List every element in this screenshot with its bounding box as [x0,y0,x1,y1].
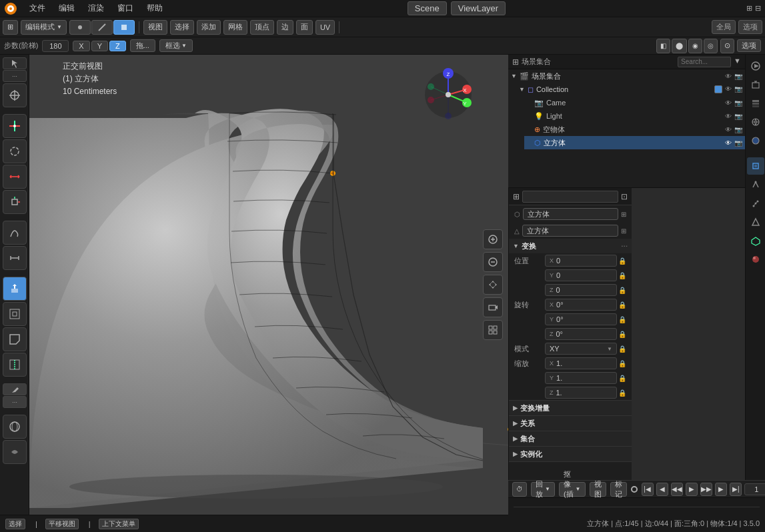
props-search-input[interactable] [522,191,618,203]
skip-to-end-btn[interactable]: ▶| [730,483,742,496]
annotate-btn[interactable] [3,221,27,245]
prev-frame-btn[interactable]: ◀ [656,483,668,496]
data-name-field[interactable]: 立方体 [522,225,618,237]
empty-render-icon[interactable]: 📷 [734,126,742,133]
menu-file[interactable]: 文件 [25,1,49,15]
rotate-tool-btn[interactable] [3,139,27,163]
camera-view-btn[interactable] [483,297,503,317]
scene-camera-icon[interactable]: 📷 [734,73,742,80]
y-axis-btn[interactable]: Y [91,41,108,51]
rot-z-field[interactable]: Z 0° [545,328,617,340]
measure-btn[interactable] [3,246,27,270]
scale-z-lock[interactable]: 🔒 [618,389,626,397]
tl-view-btn[interactable]: 视图 [590,482,606,497]
sculpt-icon-btn[interactable] [3,440,27,464]
relations-header[interactable]: ▶ 关系 [509,416,632,431]
menu-edit[interactable]: 编辑 [55,1,79,15]
bisect-btn[interactable]: ⋯ [3,396,27,408]
menu-window[interactable]: 窗口 [113,1,137,15]
cube-render-icon[interactable]: 📷 [734,139,742,147]
cube-eye-icon[interactable]: 👁 [725,139,732,147]
mode-selector[interactable]: 编辑模式 ▼ [21,20,67,35]
grid-view-btn[interactable] [483,320,503,340]
empty-eye-icon[interactable]: 👁 [725,126,732,133]
move-tool-btn[interactable] [3,114,27,138]
cursor-tool-btn[interactable] [3,83,27,107]
pos-x-field[interactable]: X 0 [545,255,617,267]
menu-render[interactable]: 渲染 [84,1,108,15]
material-btn[interactable] [747,251,764,268]
edge-mode-btn[interactable] [91,20,113,35]
face-mode-btn[interactable] [113,20,135,35]
mesh-menu[interactable]: 网格 [223,20,247,35]
collection-visibility-check[interactable] [714,85,722,93]
viewport[interactable]: 正交前视图 (1) 立方体 10 Centimeters X Y [29,55,508,515]
uv-menu[interactable]: UV [315,20,335,35]
pos-y-field[interactable]: Y 0 [545,269,617,281]
rot-x-field[interactable]: X 0° [545,299,617,311]
light-render-icon[interactable]: 📷 [734,113,742,120]
scale-y-lock[interactable]: 🔒 [618,375,626,382]
edge-menu[interactable]: 边 [277,20,293,35]
menu-help[interactable]: 帮助 [143,1,167,15]
drag-btn[interactable]: 拖... [130,39,155,52]
inset-btn[interactable] [3,302,27,326]
tl-marker-btn[interactable]: 标记 [610,482,627,497]
vertex-menu[interactable]: 顶点 [250,20,274,35]
mode-link[interactable]: 🔒 [618,345,626,353]
zoom-in-btn[interactable] [483,229,503,249]
global-btn[interactable]: 全局 [712,20,736,34]
view-layer-props-btn[interactable] [747,95,764,112]
knife-btn[interactable] [3,383,27,395]
transform-header[interactable]: ▼ 变换 ⋯ [509,239,632,253]
collections-header[interactable]: ▶ 集合 [509,431,632,446]
orbit-gizmo[interactable]: X Y Z [422,68,475,121]
viewlayer-selector[interactable]: ViewLayer [451,1,506,15]
scale-z-field[interactable]: Z 1. [545,387,617,399]
cube-item[interactable]: ▶ ⬡ 立方体 👁 📷 [524,136,745,149]
rot-z-lock[interactable]: 🔒 [618,331,626,338]
extrude-btn[interactable] [3,277,27,301]
current-frame-field[interactable]: 1 [744,483,765,495]
camera-render-icon[interactable]: 📷 [734,99,742,107]
x-axis-btn[interactable]: X [73,41,89,51]
play-btn[interactable]: ▶ [686,483,698,496]
light-eye-icon[interactable]: 👁 [725,113,732,120]
face-menu[interactable]: 面 [296,20,313,35]
options-right-btn[interactable]: 选项 [737,39,761,52]
data-link-icon[interactable]: ⊞ [621,227,626,235]
pos-y-lock[interactable]: 🔒 [618,272,626,279]
world-props-btn[interactable] [747,132,764,149]
output-props-btn[interactable] [747,76,764,93]
pos-z-field[interactable]: Z 0 [545,284,617,296]
select-dropdown[interactable]: 框选 ▼ [159,39,193,52]
overlay-btn[interactable]: ⊙ [720,39,734,53]
scale-x-lock[interactable]: 🔒 [618,360,626,367]
transform-delta-header[interactable]: ▶ 变换增量 [509,401,632,415]
viewport-gizmo[interactable]: X Y Z [422,68,475,121]
render-view-btn[interactable]: ◎ [704,39,718,53]
select-menu[interactable]: 选择 [170,20,194,35]
smooth-btn[interactable] [3,415,27,439]
interp-dropdown[interactable]: 抠像(插帧) ▼ [559,482,586,497]
camera-eye-icon[interactable]: 👁 [725,99,732,107]
select-other-btn[interactable]: ⋯ [3,70,27,82]
collection-render-icon[interactable]: 📷 [734,85,742,93]
pos-x-lock[interactable]: 🔒 [618,257,626,265]
rot-y-field[interactable]: Y 0° [545,313,617,325]
timeline-editor-btn[interactable]: ⏱ [512,482,527,497]
scene-props-btn[interactable] [747,113,764,131]
pan-btn[interactable] [483,275,503,295]
skip-to-start-btn[interactable]: |◀ [642,483,654,496]
outliner-search[interactable] [678,57,731,67]
editor-type-btn[interactable]: ⊞ [3,20,18,35]
instancing-header[interactable]: ▶ 实例化 [509,447,632,461]
mode-field[interactable]: XY ▼ [545,343,617,355]
modifiers-btn[interactable] [747,176,764,193]
loopcut-btn[interactable] [3,353,27,377]
transform-tool-btn[interactable] [3,190,27,214]
particles-btn[interactable] [747,195,764,212]
pos-z-lock[interactable]: 🔒 [618,287,626,294]
props-expand-icon[interactable]: ⊡ [621,192,628,201]
solid-view-btn[interactable]: ⬤ [672,39,687,53]
